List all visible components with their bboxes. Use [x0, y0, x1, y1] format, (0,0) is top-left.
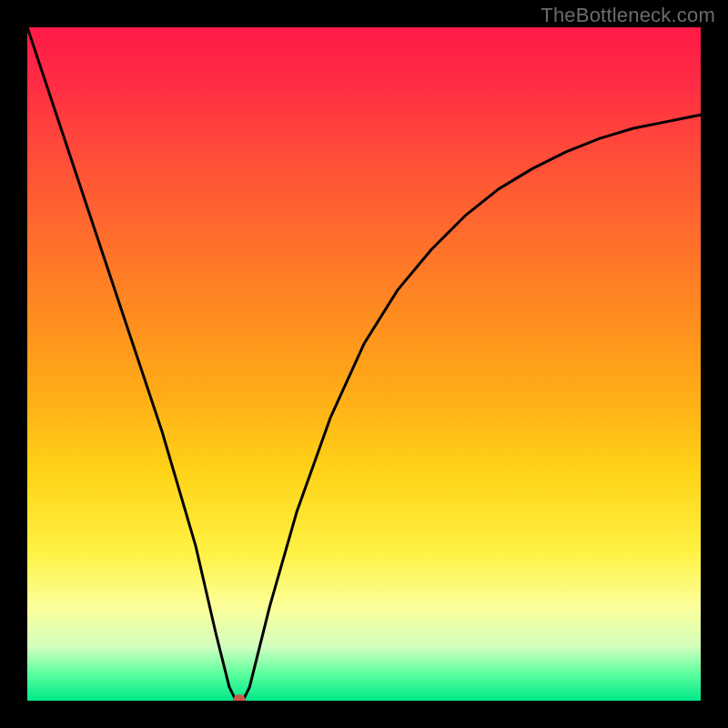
- plot-area: [27, 27, 701, 701]
- minimum-marker-dot: [233, 694, 246, 701]
- curve-svg: [27, 27, 701, 701]
- watermark-text: TheBottleneck.com: [541, 4, 715, 27]
- chart-frame: TheBottleneck.com: [0, 0, 728, 728]
- bottleneck-curve-line: [27, 27, 701, 701]
